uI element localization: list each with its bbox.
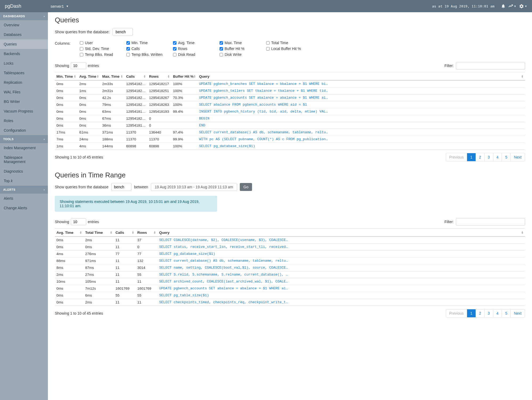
pagination-page[interactable]: 5 xyxy=(502,309,510,317)
chart-icon[interactable]: ▼ xyxy=(508,4,516,9)
column-header[interactable]: Query▲▼ xyxy=(197,72,525,81)
sidebar-item-index-management[interactable]: Index Management xyxy=(0,143,48,153)
checkbox[interactable] xyxy=(80,41,83,45)
brand-logo[interactable]: pgDash xyxy=(5,3,51,9)
pagination-page[interactable]: 5 xyxy=(502,153,510,161)
query-link[interactable]: SELECT current_database() AS db, scheman… xyxy=(158,257,525,264)
query-link[interactable]: UPDATE pgbench_accounts SET abalance = a… xyxy=(197,94,525,101)
sidebar-item-locks[interactable]: Locks xyxy=(0,59,48,68)
sidebar-item-configuration[interactable]: Configuration xyxy=(0,126,48,135)
column-toggle-min-time[interactable]: Min. Time xyxy=(126,41,173,45)
sidebar-item-queries[interactable]: Queries xyxy=(0,39,48,49)
go-button[interactable]: Go xyxy=(240,183,252,191)
pagination-page[interactable]: 3 xyxy=(484,309,493,317)
sidebar-item-vacuum-progress[interactable]: Vacuum Progress xyxy=(0,106,48,116)
checkbox[interactable] xyxy=(80,53,83,56)
query-link[interactable]: SELECT COALESCE(datname, $2), COALESCE(u… xyxy=(158,236,525,244)
checkbox[interactable] xyxy=(173,41,176,45)
pagination-page[interactable]: 1 xyxy=(467,309,476,317)
pagination-page[interactable]: 4 xyxy=(493,153,502,161)
column-toggle-local-buffer-hit-[interactable]: Local Buffer Hit % xyxy=(266,47,313,51)
pagination-page[interactable]: 2 xyxy=(476,153,484,161)
query-link[interactable]: SELECT archived_count, COALESCE(last_arc… xyxy=(158,278,525,285)
column-toggle-buffer-hit-[interactable]: Buffer Hit % xyxy=(220,47,266,51)
sidebar-section-header[interactable]: DASHBOARDS› xyxy=(0,12,48,20)
column-toggle-std-dev-time[interactable]: Std. Dev. Time xyxy=(80,47,126,51)
query-link[interactable]: SELECT S.relid, S.schemaname, S.relname,… xyxy=(158,271,525,278)
query-link[interactable]: SELECT status, receive_start_lsn, receiv… xyxy=(158,244,525,251)
sidebar-section-header[interactable]: ALERTS› xyxy=(0,186,48,194)
column-header[interactable]: Query▲▼ xyxy=(158,228,525,237)
database-input[interactable] xyxy=(113,28,133,36)
column-header[interactable]: Buffer Hit %▲▼ xyxy=(171,72,197,81)
checkbox[interactable] xyxy=(266,41,270,45)
query-link[interactable]: UPDATE pgbench_accounts SET abalance = a… xyxy=(158,285,525,292)
filter-input[interactable] xyxy=(456,218,525,226)
column-header[interactable]: Max. Time▲▼ xyxy=(101,72,125,81)
query-link[interactable]: END xyxy=(197,122,525,129)
column-toggle-disk-write[interactable]: Disk Write xyxy=(220,52,266,57)
checkbox[interactable] xyxy=(126,53,130,56)
sidebar-item-alerts[interactable]: Alerts xyxy=(0,194,48,203)
column-toggle-total-time[interactable]: Total Time xyxy=(266,41,313,45)
sidebar-section-header[interactable]: TOOLS› xyxy=(0,135,48,143)
query-link[interactable]: SELECT current_database() AS db, scheman… xyxy=(197,129,525,136)
column-header[interactable]: Rows▲▼ xyxy=(147,72,171,81)
checkbox[interactable] xyxy=(173,47,176,51)
server-selector[interactable]: server1 ▼ xyxy=(51,4,69,9)
bell-icon[interactable] xyxy=(501,4,506,9)
checkbox[interactable] xyxy=(80,47,83,51)
column-toggle-max-time[interactable]: Max. Time xyxy=(220,41,266,45)
query-link[interactable]: SELECT abalance FROM pgbench_accounts WH… xyxy=(197,101,525,108)
checkbox[interactable] xyxy=(126,47,130,51)
query-link[interactable]: SELECT name, setting, COALESCE(boot_val,… xyxy=(158,264,525,271)
sidebar-item-bg-writer[interactable]: BG Writer xyxy=(0,97,48,106)
column-toggle-temp-blks-read[interactable]: Temp Blks. Read xyxy=(80,52,126,57)
query-link[interactable]: SELECT pg_database_size($1) xyxy=(197,143,525,150)
column-header[interactable]: Calls▲▼ xyxy=(125,72,147,81)
filter-input[interactable] xyxy=(456,62,525,69)
query-link[interactable]: SELECT pg_table_size($1) xyxy=(158,292,525,299)
sidebar-item-wal-files[interactable]: WAL Files xyxy=(0,87,48,97)
column-header[interactable]: Rows▲▼ xyxy=(136,228,158,237)
pagination-page[interactable]: 1 xyxy=(467,153,476,161)
sidebar-item-diagnostics[interactable]: Diagnostics xyxy=(0,166,48,176)
entries-input[interactable] xyxy=(71,62,86,69)
query-link[interactable]: UPDATE pgbench_tellers SET tbalance = tb… xyxy=(197,88,525,94)
query-link[interactable]: BEGIN xyxy=(197,115,525,122)
checkbox[interactable] xyxy=(173,53,176,56)
column-header[interactable]: Calls▲▼ xyxy=(114,228,136,237)
column-header[interactable]: Total Time▲▼ xyxy=(84,228,114,237)
column-toggle-disk-read[interactable]: Disk Read xyxy=(173,52,220,57)
pagination-page[interactable]: 3 xyxy=(484,153,493,161)
column-header[interactable]: Avg. Time▲▼ xyxy=(55,228,84,237)
sidebar-item-change-alerts[interactable]: Change Alerts xyxy=(0,203,48,213)
pagination-previous[interactable]: Previous xyxy=(446,153,467,161)
column-toggle-temp-blks-written[interactable]: Temp Blks. Written xyxy=(126,52,173,57)
checkbox[interactable] xyxy=(266,47,270,51)
column-toggle-rows[interactable]: Rows xyxy=(173,47,220,51)
checkbox[interactable] xyxy=(220,41,223,45)
column-header[interactable]: Avg. Time▲▼ xyxy=(78,72,101,81)
checkbox[interactable] xyxy=(220,53,223,56)
daterange-input[interactable]: 19 Aug 2019 10:13 am - 19 Aug 2019 11:13… xyxy=(151,183,237,191)
sidebar-item-tablespace-management[interactable]: Tablespace Management xyxy=(0,153,48,166)
pagination-next[interactable]: Next xyxy=(510,309,525,317)
column-toggle-user[interactable]: User xyxy=(80,41,126,45)
gear-icon[interactable]: ▼ xyxy=(519,4,527,9)
sidebar-item-backends[interactable]: Backends xyxy=(0,49,48,59)
sidebar-item-roles[interactable]: Roles xyxy=(0,116,48,126)
sidebar-item-databases[interactable]: Databases xyxy=(0,30,48,39)
query-link[interactable]: UPDATE pgbench_branches SET bbalance = b… xyxy=(197,80,525,88)
query-link[interactable]: INSERT INTO pgbench_history (tid, bid, a… xyxy=(197,108,525,115)
checkbox[interactable] xyxy=(220,47,223,51)
pagination-previous[interactable]: Previous xyxy=(446,309,467,317)
pagination-next[interactable]: Next xyxy=(510,153,525,161)
sidebar-item-top-k[interactable]: Top k xyxy=(0,176,48,186)
database-input[interactable] xyxy=(111,183,131,191)
sidebar-item-overview[interactable]: Overview xyxy=(0,20,48,30)
sidebar-item-replication[interactable]: Replication xyxy=(0,78,48,87)
column-header[interactable]: Min. Time▲▼ xyxy=(55,72,78,81)
pagination-page[interactable]: 2 xyxy=(476,309,484,317)
column-toggle-avg-time[interactable]: Avg. Time xyxy=(173,41,220,45)
